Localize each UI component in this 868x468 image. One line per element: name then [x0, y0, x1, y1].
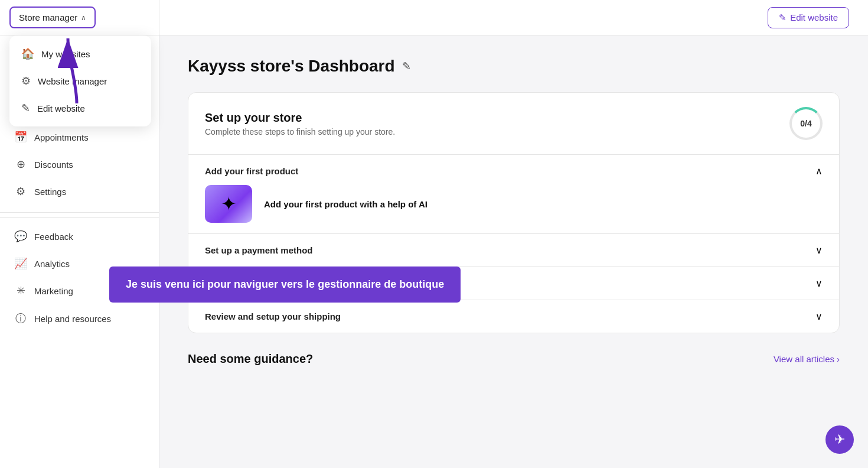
- sidebar-discounts-label: Discounts: [34, 160, 73, 170]
- fab-button[interactable]: ✈: [825, 425, 854, 454]
- page-title: Kayyss store's Dashboard: [188, 57, 395, 76]
- task-item-header: Add your first product ∧: [205, 165, 823, 177]
- view-all-articles-link[interactable]: View all articles ›: [774, 354, 840, 364]
- sidebar: Store manager ∧ 🏠 My websites ⚙ Website …: [0, 0, 159, 468]
- sidebar-header: Store manager ∧: [0, 0, 159, 35]
- edit-website-button[interactable]: ✎ Edit website: [768, 7, 849, 28]
- edit-icon-dropdown: ✎: [21, 102, 30, 115]
- sidebar-item-discounts[interactable]: ⊕ Discounts: [0, 151, 159, 178]
- dropdown-my-websites-label: My websites: [41, 49, 90, 59]
- guidance-title: Need some guidance?: [188, 352, 313, 366]
- task-item-product[interactable]: Add your first product ∧ ✦ Add your firs…: [188, 154, 839, 233]
- tooltip-banner: Je suis venu ici pour naviguer vers le g…: [109, 266, 461, 303]
- discount-icon: ⊕: [14, 158, 27, 171]
- task-item-title: Add your first product: [205, 166, 298, 176]
- chevron-down-icon-payment: ∨: [815, 245, 823, 256]
- progress-circle: 0/4: [789, 107, 823, 140]
- dropdown-website-manager-label: Website manager: [38, 76, 107, 86]
- store-manager-label: Store manager: [19, 12, 77, 22]
- fab-icon: ✈: [834, 432, 845, 447]
- task-shipping-title: Review and setup your shipping: [205, 311, 341, 321]
- task-item-shipping[interactable]: Review and setup your shipping ∨: [188, 300, 839, 333]
- view-all-label: View all articles: [774, 354, 834, 364]
- main-area: ✎ Edit website Kayyss store's Dashboard …: [159, 0, 868, 468]
- view-all-arrow-icon: ›: [837, 354, 840, 364]
- dropdown-item-website-manager[interactable]: ⚙ Website manager: [9, 67, 151, 95]
- dropdown-item-edit-website[interactable]: ✎ Edit website: [9, 95, 151, 122]
- setup-card-text: Set up your store Complete these steps t…: [205, 111, 395, 136]
- task-payment-title: Set up a payment method: [205, 245, 313, 255]
- sidebar-help-label: Help and resources: [34, 314, 111, 324]
- chevron-down-icon-company: ∨: [815, 278, 823, 289]
- sidebar-item-help[interactable]: ⓘ Help and resources: [0, 304, 159, 333]
- setup-card-header: Set up your store Complete these steps t…: [188, 93, 839, 154]
- progress-value: 0/4: [800, 119, 811, 128]
- sidebar-analytics-label: Analytics: [34, 259, 70, 269]
- store-manager-button[interactable]: Store manager ∧: [9, 6, 96, 28]
- edit-pencil-icon: ✎: [779, 12, 787, 23]
- settings-icon: ⚙: [14, 185, 27, 198]
- feedback-icon: 💬: [14, 230, 27, 243]
- sidebar-marketing-label: Marketing: [34, 286, 73, 296]
- sidebar-appointments-label: Appointments: [34, 132, 89, 142]
- calendar-icon: 📅: [14, 131, 27, 144]
- guidance-row: Need some guidance? View all articles ›: [188, 352, 840, 366]
- marketing-icon: ✳: [14, 284, 27, 297]
- chevron-up-icon: ∧: [815, 165, 823, 177]
- page-title-row: Kayyss store's Dashboard ✎: [188, 57, 840, 76]
- home-icon: 🏠: [21, 47, 34, 60]
- sidebar-item-settings[interactable]: ⚙ Settings: [0, 178, 159, 205]
- task-ai-desc: Add your first product with a help of AI: [264, 199, 428, 209]
- sidebar-settings-label: Settings: [34, 187, 66, 197]
- gear-icon: ⚙: [21, 74, 31, 87]
- sidebar-item-feedback[interactable]: 💬 Feedback: [0, 223, 159, 250]
- edit-website-label: Edit website: [790, 12, 838, 22]
- dropdown-edit-website-label: Edit website: [37, 103, 85, 113]
- sidebar-feedback-label: Feedback: [34, 232, 73, 242]
- chevron-down-icon: ∧: [81, 14, 86, 22]
- setup-card-subtitle: Complete these steps to finish setting u…: [205, 127, 395, 136]
- analytics-icon: 📈: [14, 257, 27, 270]
- sidebar-item-appointments[interactable]: 📅 Appointments: [0, 124, 159, 151]
- dropdown-menu: 🏠 My websites ⚙ Website manager ✎ Edit w…: [9, 35, 151, 126]
- chevron-down-icon-shipping: ∨: [815, 311, 823, 322]
- setup-card-title: Set up your store: [205, 111, 395, 125]
- task-item-payment[interactable]: Set up a payment method ∨: [188, 233, 839, 266]
- topbar: ✎ Edit website: [159, 0, 868, 35]
- task-product-image: ✦: [205, 185, 252, 223]
- tooltip-text: Je suis venu ici pour naviguer vers le g…: [126, 278, 444, 290]
- main-content: Kayyss store's Dashboard ✎ Set up your s…: [159, 35, 868, 468]
- page-title-edit-icon[interactable]: ✎: [402, 60, 411, 73]
- sidebar-divider: [0, 212, 159, 213]
- dropdown-item-my-websites[interactable]: 🏠 My websites: [9, 40, 151, 67]
- task-expanded-content: ✦ Add your first product with a help of …: [205, 185, 823, 223]
- help-icon: ⓘ: [14, 311, 27, 326]
